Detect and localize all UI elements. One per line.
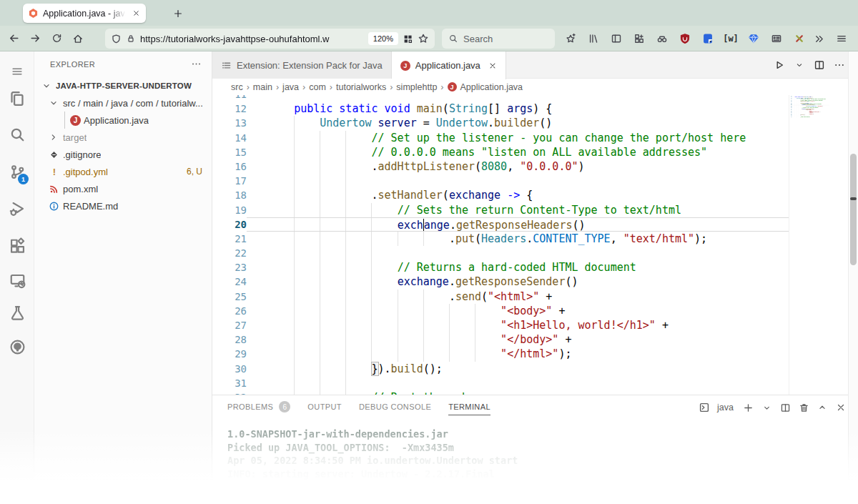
overflow-chevron-icon[interactable] xyxy=(808,29,829,49)
breadcrumb-item[interactable]: com xyxy=(309,82,326,92)
home-button[interactable] xyxy=(67,29,89,49)
kill-terminal-icon[interactable] xyxy=(797,400,811,415)
gem-icon[interactable] xyxy=(742,29,765,49)
breadcrumb-separator: › xyxy=(276,82,279,92)
breadcrumb[interactable]: src›main›java›com›tutorialworks›simpleht… xyxy=(212,79,858,95)
tracking-shield-icon[interactable] xyxy=(111,34,122,44)
tree-item--gitpod-yml[interactable]: !.gitpod.yml6, U xyxy=(34,163,212,180)
run-dropdown-icon[interactable] xyxy=(791,56,808,74)
card-icon[interactable] xyxy=(765,29,788,49)
reload-button[interactable] xyxy=(46,29,67,49)
page-scrollbar[interactable] xyxy=(848,51,858,480)
breadcrumb-item[interactable]: tutorialworks xyxy=(336,82,386,92)
tree-item--gitignore[interactable]: .gitignore xyxy=(34,146,212,163)
line-number: 31 xyxy=(212,376,247,390)
panel-tab-label: PROBLEMS xyxy=(227,402,273,411)
privacy-icon[interactable] xyxy=(696,29,719,49)
vscode-workbench: 1 EXPLORER JAVA-HTTP-SERVER-UNDERTOWsrc … xyxy=(0,51,858,480)
tree-item-pom-xml[interactable]: pom.xml xyxy=(34,180,212,197)
tree-item-java-http-server-undertow[interactable]: JAVA-HTTP-SERVER-UNDERTOW xyxy=(34,77,212,94)
search-view-icon[interactable] xyxy=(0,120,34,149)
close-panel-icon[interactable] xyxy=(834,400,848,415)
extensions-grid-icon[interactable] xyxy=(628,29,651,49)
line-number: 25 xyxy=(212,290,247,304)
tree-item-src-main-java-com-tutorialw-[interactable]: src / main / java / com / tutorialw... xyxy=(34,94,212,112)
minimap[interactable]: 1112 public static void main(String[] ar… xyxy=(789,96,829,153)
code-editor[interactable]: 1112 public static void main(String[] ar… xyxy=(212,95,789,395)
code-line: 30 }).build(); xyxy=(212,362,789,376)
editor-more-icon[interactable] xyxy=(831,56,848,74)
explorer-more-icon[interactable] xyxy=(191,59,202,69)
run-debug-icon[interactable] xyxy=(0,194,34,223)
search-bar[interactable]: Search xyxy=(442,29,555,49)
scrollbar-thumb[interactable] xyxy=(850,154,857,265)
toolbar-extension-icons: [w] xyxy=(559,29,811,49)
ublock-icon[interactable] xyxy=(674,29,696,49)
tree-item-target[interactable]: target xyxy=(34,129,212,146)
terminal-output[interactable]: 1.0-SNAPSHOT-jar-with-dependencies.jarPi… xyxy=(227,428,518,494)
source-control-icon[interactable]: 1 xyxy=(0,157,34,186)
line-number: 15 xyxy=(212,145,247,159)
chevron-down-icon xyxy=(49,98,60,108)
binoculars-icon[interactable] xyxy=(651,29,674,49)
split-terminal-icon[interactable] xyxy=(778,400,792,415)
tree-item-readme-md[interactable]: README.md xyxy=(34,197,212,214)
panel-tab-problems[interactable]: PROBLEMS6 xyxy=(227,401,290,417)
search-icon xyxy=(448,34,458,44)
sidebar-icon[interactable] xyxy=(605,29,628,49)
new-tab-button[interactable] xyxy=(169,4,187,23)
split-editor-icon[interactable] xyxy=(811,56,828,74)
code-line: 14 // Set up the listener - you can chan… xyxy=(212,131,789,145)
editor-tab-extension-extension-pack-for-java[interactable]: Extension: Extension Pack for Java xyxy=(212,51,392,79)
forward-button[interactable] xyxy=(24,29,46,49)
tab-close-icon[interactable] xyxy=(488,61,497,70)
info-icon xyxy=(49,201,60,212)
tab-close-icon[interactable] xyxy=(132,9,140,17)
breadcrumb-item[interactable]: src xyxy=(231,82,243,92)
tree-item-label: .gitignore xyxy=(63,149,101,160)
terminal-dropdown-icon[interactable] xyxy=(759,400,774,415)
wallabag-icon[interactable]: [w] xyxy=(719,29,742,49)
bookmark-star-icon[interactable] xyxy=(418,33,429,44)
breadcrumb-item[interactable]: main xyxy=(253,82,272,92)
line-number: 14 xyxy=(212,131,247,145)
zoom-indicator[interactable]: 120% xyxy=(368,32,398,45)
bookmark-star-icon[interactable] xyxy=(559,29,582,49)
url-text[interactable]: https://tutorialworks-javahttpse-ouhufah… xyxy=(140,34,364,44)
menu-icon[interactable] xyxy=(831,29,852,49)
tree-item-application-java[interactable]: JApplication.java xyxy=(34,112,212,129)
line-number: 12 xyxy=(212,102,247,116)
library-icon[interactable] xyxy=(582,29,605,49)
line-number: 30 xyxy=(212,362,247,376)
breadcrumb-item[interactable]: Application.java xyxy=(460,82,523,92)
terminal-line: INFO: starting server: Undertow - 2.2.17… xyxy=(227,468,518,481)
menu-hamburger-icon[interactable] xyxy=(0,57,34,86)
panel-tabbar: PROBLEMS6OUTPUTDEBUG CONSOLETERMINAL xyxy=(227,401,490,417)
browser-tab[interactable]: Application.java - java-htt xyxy=(23,4,146,23)
editor-tab-application-java[interactable]: JApplication.java xyxy=(392,51,506,79)
panel-tab-output[interactable]: OUTPUT xyxy=(307,402,342,415)
line-content: .setHandler(exchange -> { xyxy=(247,188,789,202)
panel-tab-label: DEBUG CONSOLE xyxy=(359,402,431,411)
url-bar[interactable]: https://tutorialworks-javahttpse-ouhufah… xyxy=(105,29,435,49)
remote-explorer-icon[interactable] xyxy=(0,266,34,295)
run-button[interactable] xyxy=(771,56,788,74)
breadcrumb-item[interactable]: java xyxy=(282,82,299,92)
containers-icon[interactable] xyxy=(403,34,413,44)
tree-item-label: .gitpod.yml xyxy=(63,167,108,177)
panel-tab-label: OUTPUT xyxy=(307,402,342,411)
new-terminal-icon[interactable] xyxy=(741,400,755,415)
panel-tab-terminal[interactable]: TERMINAL xyxy=(448,402,490,415)
github-icon[interactable] xyxy=(0,332,34,361)
yaml-warn-icon: ! xyxy=(49,167,60,177)
explorer-icon[interactable] xyxy=(0,84,34,113)
maximize-panel-icon[interactable] xyxy=(815,400,829,415)
testing-beaker-icon[interactable] xyxy=(0,298,34,327)
panel-tab-label: TERMINAL xyxy=(448,402,490,411)
extensions-icon[interactable] xyxy=(0,232,34,260)
panel-tab-debug-console[interactable]: DEBUG CONSOLE xyxy=(359,402,431,415)
breadcrumb-item[interactable]: simplehttp xyxy=(396,82,437,92)
tree-item-label: target xyxy=(63,132,87,143)
breadcrumb-separator: › xyxy=(302,82,305,92)
back-button[interactable] xyxy=(3,29,24,49)
